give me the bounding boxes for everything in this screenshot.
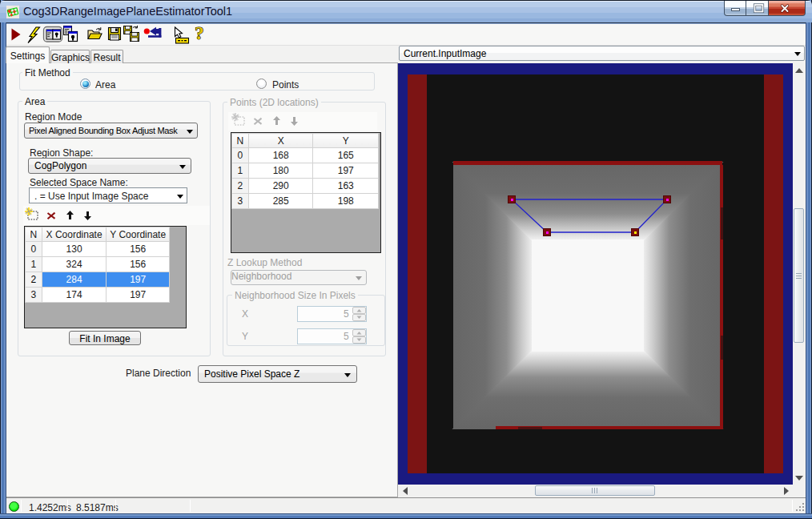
svg-text:?: ? bbox=[195, 23, 204, 43]
